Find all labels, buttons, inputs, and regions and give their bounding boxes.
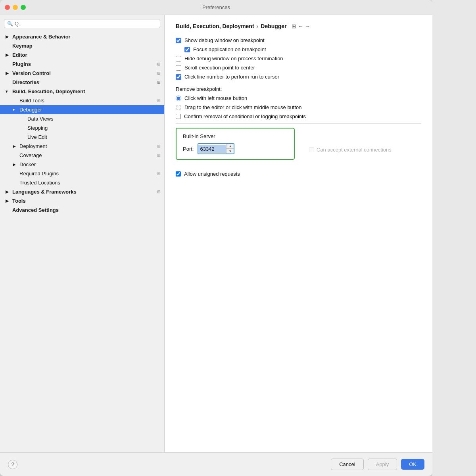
settings-icon: ⊞: [157, 80, 160, 84]
sidebar-item-trusted-locations[interactable]: Trusted Locations: [0, 178, 164, 187]
search-input[interactable]: [15, 21, 157, 27]
can-accept-external-checkbox[interactable]: [309, 147, 314, 152]
sidebar-item-label: Data Views: [27, 116, 54, 122]
click-line-number-row: Click line number to perform run to curs…: [176, 74, 421, 80]
hide-debug-window-label[interactable]: Hide debug window on process termination: [176, 56, 283, 61]
sidebar-item-label: Debugger: [19, 107, 42, 113]
sidebar-item-advanced-settings[interactable]: Advanced Settings: [0, 205, 164, 215]
scroll-execution-label[interactable]: Scroll execution point to center: [176, 65, 255, 71]
click-line-number-label[interactable]: Click line number to perform run to curs…: [176, 74, 279, 80]
sidebar-item-build-tools[interactable]: Build Tools ⊞: [0, 96, 164, 105]
chevron-icon: ▶: [6, 53, 10, 57]
sidebar-item-appearance[interactable]: ▶ Appearance & Behavior: [0, 32, 164, 41]
cancel-button[interactable]: Cancel: [331, 459, 363, 470]
title-bar: Preferences: [0, 0, 432, 15]
scroll-execution-row: Scroll execution point to center: [176, 65, 421, 71]
sidebar-item-languages-frameworks[interactable]: ▶ Languages & Frameworks ⊞: [0, 187, 164, 196]
settings-icon: ⊞: [157, 98, 160, 103]
settings-icon: ⊞: [157, 71, 160, 75]
sidebar-item-required-plugins[interactable]: Required Plugins ⊞: [0, 169, 164, 178]
main-panel: Build, Execution, Deployment › Debugger …: [165, 15, 432, 452]
confirm-removal-label[interactable]: Confirm removal of conditional or loggin…: [176, 113, 306, 119]
breadcrumb: Build, Execution, Deployment › Debugger …: [176, 23, 421, 29]
breadcrumb-parent: Build, Execution, Deployment: [176, 23, 254, 29]
settings-icon: ⊞: [157, 62, 160, 66]
sidebar-item-plugins[interactable]: Plugins ⊞: [0, 60, 164, 69]
maximize-button[interactable]: [21, 5, 26, 10]
sidebar-item-docker[interactable]: ▶ Docker: [0, 160, 164, 169]
footer-left: ?: [8, 460, 17, 469]
radio-drag-editor-label[interactable]: Drag to the editor or click with middle …: [176, 104, 302, 110]
help-button[interactable]: ?: [8, 460, 17, 469]
remove-breakpoint-label: Remove breakpoint:: [176, 86, 421, 92]
breadcrumb-forward-icon[interactable]: →: [305, 23, 311, 29]
sidebar-item-label: Advanced Settings: [12, 207, 59, 213]
hide-debug-window-checkbox[interactable]: [176, 56, 181, 61]
sidebar-item-editor[interactable]: ▶ Editor: [0, 50, 164, 60]
settings-icon: ⊞: [157, 171, 160, 176]
allow-unsigned-checkbox[interactable]: [176, 171, 181, 177]
confirm-removal-row: Confirm removal of conditional or loggin…: [176, 113, 421, 119]
sidebar-item-label: Required Plugins: [19, 171, 59, 177]
hide-debug-window-row: Hide debug window on process termination: [176, 56, 421, 61]
sidebar-item-coverage[interactable]: Coverage ⊞: [0, 151, 164, 160]
breadcrumb-grid-icon[interactable]: ⊞: [292, 23, 296, 29]
sidebar-item-label: Live Edit: [27, 134, 47, 140]
ext-conn-row: Can accept external connections: [309, 147, 392, 153]
search-input-wrap[interactable]: 🔍: [4, 19, 160, 28]
sidebar-item-label: Editor: [12, 52, 27, 58]
port-increment-button[interactable]: ▲: [226, 144, 234, 149]
show-debug-window-label[interactable]: Show debug window on breakpoint: [176, 37, 265, 43]
settings-icon: ⊞: [157, 190, 160, 194]
confirm-removal-checkbox[interactable]: [176, 114, 181, 119]
sidebar-item-directories[interactable]: Directories ⊞: [0, 78, 164, 87]
preferences-window: Preferences 🔍 ▶ Appearance & Behavior Ke…: [0, 0, 432, 476]
sidebar-item-label: Plugins: [12, 61, 31, 67]
port-input[interactable]: [198, 145, 226, 153]
sidebar-item-label: Deployment: [19, 143, 47, 149]
sidebar-item-label: Docker: [19, 161, 36, 167]
allow-unsigned-label[interactable]: Allow unsigned requests: [176, 171, 240, 177]
can-accept-external-text: Can accept external connections: [317, 147, 392, 153]
content-area: 🔍 ▶ Appearance & Behavior Keymap ▶ Edito…: [0, 15, 432, 452]
chevron-icon: ▶: [6, 190, 10, 194]
sidebar-item-label: Tools: [12, 198, 26, 204]
port-label: Port:: [183, 146, 194, 152]
radio-left-mouse-label[interactable]: Click with left mouse button: [176, 95, 247, 101]
focus-app-checkbox[interactable]: [184, 47, 190, 52]
sidebar-item-live-edit[interactable]: Live Edit: [0, 132, 164, 142]
sidebar-item-debugger[interactable]: ▾ Debugger: [0, 105, 164, 114]
close-button[interactable]: [5, 5, 10, 10]
window-title: Preferences: [202, 4, 230, 10]
server-section: Built-in Server Port: ▲ ▼: [176, 128, 295, 160]
minimize-button[interactable]: [13, 5, 18, 10]
server-section-title: Built-in Server: [183, 133, 288, 139]
sidebar-item-label: Trusted Locations: [19, 180, 60, 186]
sidebar-item-data-views[interactable]: Data Views: [0, 114, 164, 123]
sidebar-item-tools[interactable]: ▶ Tools: [0, 196, 164, 205]
server-area: Built-in Server Port: ▲ ▼: [176, 128, 421, 166]
sidebar-item-deployment[interactable]: ▶ Deployment ⊞: [0, 142, 164, 151]
show-debug-window-row: Show debug window on breakpoint: [176, 37, 421, 43]
sidebar-item-version-control[interactable]: ▶ Version Control ⊞: [0, 69, 164, 78]
show-debug-window-checkbox[interactable]: [176, 38, 181, 43]
breadcrumb-back-icon[interactable]: ←: [298, 23, 303, 29]
radio-left-mouse[interactable]: [176, 96, 181, 101]
search-icon: 🔍: [7, 21, 13, 27]
external-connections-area: Can accept external connections: [303, 147, 392, 153]
sidebar-item-build-exec-deploy[interactable]: ▾ Build, Execution, Deployment: [0, 87, 164, 96]
focus-app-label[interactable]: Focus application on breakpoint: [184, 46, 266, 52]
ok-button[interactable]: OK: [401, 459, 424, 470]
port-input-wrap: ▲ ▼: [198, 143, 234, 154]
sidebar-item-label: Directories: [12, 79, 39, 85]
port-decrement-button[interactable]: ▼: [226, 149, 234, 154]
sidebar-item-keymap[interactable]: Keymap: [0, 41, 164, 50]
radio-drag-editor[interactable]: [176, 105, 181, 110]
click-line-number-checkbox[interactable]: [176, 74, 181, 80]
scroll-execution-checkbox[interactable]: [176, 65, 181, 71]
sidebar-item-stepping[interactable]: Stepping: [0, 123, 164, 132]
debugger-settings: Show debug window on breakpoint Focus ap…: [176, 37, 421, 80]
apply-button[interactable]: Apply: [368, 459, 397, 470]
divider: [176, 123, 421, 124]
sidebar-item-label: Appearance & Behavior: [12, 34, 71, 40]
